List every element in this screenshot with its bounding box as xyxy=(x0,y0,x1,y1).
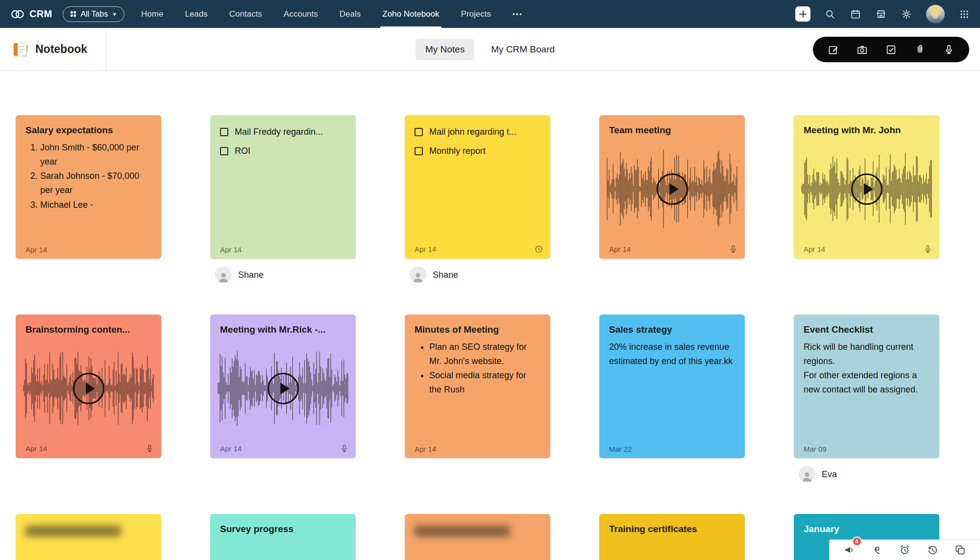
megaphone-icon xyxy=(844,544,855,556)
marketplace-button[interactable] xyxy=(875,8,887,20)
audio-waveform xyxy=(23,345,154,432)
board-cell xyxy=(16,514,161,560)
tabs-grid-icon xyxy=(70,11,76,17)
checklist-item[interactable]: Mail Freddy regardin... xyxy=(220,127,346,137)
user-avatar[interactable] xyxy=(926,5,945,24)
owner-name: Eva xyxy=(822,469,837,480)
clock-icon xyxy=(534,244,543,254)
note-footer: Apr 14 xyxy=(415,445,543,453)
play-icon xyxy=(86,383,95,394)
checkbox-icon[interactable] xyxy=(415,147,423,155)
note-card-salary-expectations[interactable]: Salary expectationsJohn Smith - $60,000 … xyxy=(16,115,161,259)
play-button[interactable] xyxy=(73,373,104,404)
checklist-item[interactable]: Monthly report xyxy=(415,146,540,156)
owner-avatar-icon xyxy=(215,267,232,283)
camera-note-button[interactable] xyxy=(857,44,868,55)
note-card-training-certificate[interactable]: Training certificates xyxy=(599,514,745,560)
apps-grid-icon xyxy=(959,9,970,20)
marketplace-icon xyxy=(876,9,886,20)
note-body: 20% increase in sales revenue estimated … xyxy=(609,340,735,368)
play-button[interactable] xyxy=(268,373,299,404)
nav-item-projects[interactable]: Projects xyxy=(461,0,491,28)
note-date: Apr 14 xyxy=(609,245,631,253)
calendar-button[interactable] xyxy=(850,8,861,20)
nav-item-contacts[interactable]: Contacts xyxy=(229,0,262,28)
reminders-button[interactable] xyxy=(897,542,913,558)
all-tabs-dropdown[interactable]: All Tabs ▼ xyxy=(63,6,124,22)
note-card-minutes-of-meeting[interactable]: Minutes of MeetingPlan an SEO strategy f… xyxy=(405,315,550,458)
checklist-label: Mail Freddy regardin... xyxy=(235,127,323,137)
note-date: Apr 14 xyxy=(220,245,242,254)
note-card-sales-strategy[interactable]: Sales strategy20% increase in sales reve… xyxy=(599,315,745,458)
chevron-down-icon: ▼ xyxy=(112,11,117,17)
note-card-untitled[interactable]: Mail Freddy regardin...ROIApr 14 xyxy=(210,115,356,259)
note-card-meeting-with-mr-rick[interactable]: Meeting with Mr.Rick -...Apr 14 xyxy=(210,315,356,458)
owner-avatar-icon xyxy=(410,267,426,283)
new-note-toolbar xyxy=(813,37,969,62)
nav-item-home[interactable]: Home xyxy=(141,0,163,28)
microphone-icon xyxy=(340,444,349,453)
view-tabs: My Notes My CRM Board xyxy=(416,39,564,60)
apps-grid-button[interactable] xyxy=(958,8,970,20)
note-date: Apr 14 xyxy=(25,444,47,453)
note-footer: Apr 14 xyxy=(609,244,738,254)
note-title: Event Checklist xyxy=(804,324,930,335)
microphone-icon xyxy=(943,44,955,55)
settings-button[interactable] xyxy=(901,8,912,20)
note-footer: Apr 14 xyxy=(804,244,932,254)
note-card-brainstorming-conten[interactable]: Brainstorming conten...Apr 14 xyxy=(16,315,161,458)
page-title: Notebook xyxy=(35,43,87,56)
note-card-meeting-with-mr-joh[interactable]: Meeting with Mr. JohnApr 14 xyxy=(794,115,939,259)
note-card-untitled[interactable] xyxy=(16,514,161,560)
history-icon xyxy=(927,544,938,556)
recent-activity-button[interactable] xyxy=(925,542,940,558)
owner-name: Shane xyxy=(238,270,264,280)
note-footer: Apr 14 xyxy=(415,244,543,254)
nav-item-accounts[interactable]: Accounts xyxy=(284,0,318,28)
play-icon xyxy=(864,183,873,195)
note-date: Apr 14 xyxy=(25,245,47,254)
play-button[interactable] xyxy=(851,173,882,205)
nav-item-deals[interactable]: Deals xyxy=(340,0,361,28)
audio-waveform xyxy=(217,345,349,432)
note-card-team-meeting[interactable]: Team meetingApr 14 xyxy=(599,115,745,259)
note-date: Mar 22 xyxy=(609,445,632,453)
announcements-button[interactable]: 4 xyxy=(842,542,858,558)
checklist-note-button[interactable] xyxy=(885,44,897,55)
checkbox-icon[interactable] xyxy=(220,147,228,155)
copy-stack-icon xyxy=(955,544,966,556)
signals-button[interactable] xyxy=(869,542,885,558)
audio-note-button[interactable] xyxy=(943,44,955,55)
note-card-untitled[interactable] xyxy=(405,514,550,560)
note-list-item: Sarah Johnson - $70,000 per year xyxy=(40,169,151,197)
notes-board: Salary expectationsJohn Smith - $60,000 … xyxy=(0,71,980,560)
note-list-item: John Smith - $60,000 per year xyxy=(40,141,151,169)
board-cell: Training certificates xyxy=(599,514,745,560)
note-owner: Eva xyxy=(799,466,837,483)
quick-create-button[interactable] xyxy=(795,6,810,22)
checklist-item[interactable]: Mail john regarding t... xyxy=(415,127,540,137)
new-text-note-button[interactable] xyxy=(828,44,839,55)
nav-item-leads[interactable]: Leads xyxy=(185,0,207,28)
search-button[interactable] xyxy=(824,8,836,20)
search-icon xyxy=(825,9,835,20)
tab-my-crm-board[interactable]: My CRM Board xyxy=(481,39,564,60)
note-list-item: Plan an SEO strategy for Mr. John's webs… xyxy=(429,340,540,368)
note-card-survey-progress[interactable]: Survey progress xyxy=(210,514,356,560)
attachment-note-button[interactable] xyxy=(914,44,926,55)
nav-item-more[interactable]: ••• xyxy=(513,0,523,28)
nav-item-zoho-notebook[interactable]: Zoho Notebook xyxy=(382,0,439,28)
board-cell: Team meetingApr 14 xyxy=(599,115,745,259)
note-footer: Apr 14 xyxy=(220,245,349,254)
notes-stack-button[interactable] xyxy=(953,542,968,558)
tab-my-notes[interactable]: My Notes xyxy=(416,39,474,60)
zoho-crm-logo[interactable] xyxy=(10,9,25,20)
checkbox-icon[interactable] xyxy=(220,128,228,136)
checkbox-icon[interactable] xyxy=(415,128,423,136)
checklist-item[interactable]: ROI xyxy=(220,146,346,156)
note-card-event-checklist[interactable]: Event ChecklistRick will be handling cur… xyxy=(794,315,939,458)
note-list: John Smith - $60,000 per yearSarah Johns… xyxy=(25,141,151,212)
note-card-untitled[interactable]: Mail john regarding t...Monthly reportAp… xyxy=(405,115,550,259)
play-button[interactable] xyxy=(657,173,688,205)
plus-icon xyxy=(799,10,807,18)
